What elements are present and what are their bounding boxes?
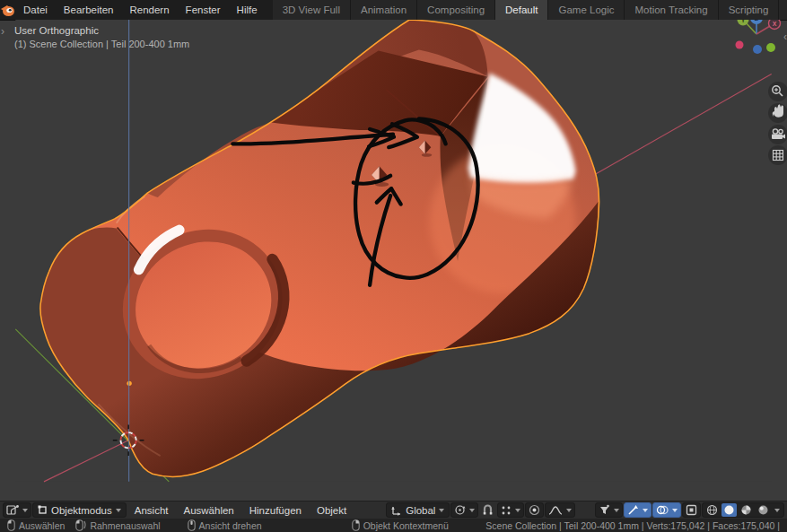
hint-label: Rahmenauswahl — [90, 520, 160, 531]
magnet-icon — [482, 504, 494, 516]
axis-x-neg-dot[interactable] — [736, 41, 744, 49]
mouse-middle-click-icon — [188, 519, 196, 531]
hint-label: Objekt Kontextmenü — [363, 520, 449, 531]
menu-bearbeiten[interactable]: Bearbeiten — [56, 0, 122, 20]
proportional-editing-button[interactable] — [525, 502, 544, 518]
tab-compositing[interactable]: Compositing — [417, 0, 495, 20]
material-sphere-icon — [740, 504, 752, 516]
shading-material-button[interactable] — [739, 503, 754, 517]
tab-scripting[interactable]: Scripting — [719, 0, 780, 20]
object-visibility-button[interactable] — [595, 502, 623, 518]
menu-rendern[interactable]: Rendern — [121, 0, 177, 20]
xray-toggle-button[interactable] — [682, 502, 701, 518]
topbar: Datei Bearbeiten Rendern Fenster Hilfe 3… — [0, 0, 787, 20]
workspace-tabs: 3D View Full Animation Compositing Defau… — [273, 0, 787, 20]
snap-toggle-button[interactable] — [479, 504, 496, 516]
falloff-curve-icon — [548, 505, 563, 516]
shading-solid-button[interactable] — [721, 503, 737, 517]
menu-auswaehlen[interactable]: Auswählen — [176, 501, 240, 519]
menu-hilfe[interactable]: Hilfe — [229, 0, 266, 20]
overlays-icon — [656, 504, 669, 516]
axis-gizmo[interactable]: Y Z X — [736, 20, 781, 54]
chevron-down-icon — [774, 509, 780, 512]
tab-3d-view-full[interactable]: 3D View Full — [273, 0, 351, 20]
nav-buttons — [768, 82, 787, 165]
menu-objekt[interactable]: Objekt — [310, 501, 354, 519]
viewport-header: Objektmodus Ansicht Auswählen Hinzufügen… — [0, 501, 787, 519]
transform-orientation-button[interactable]: Global — [386, 502, 450, 518]
tab-animation[interactable]: Animation — [351, 0, 417, 20]
viewport-controls: Y Z X — [721, 20, 787, 172]
axis-y-label: Y — [741, 20, 746, 23]
mouse-left-click-icon — [7, 519, 15, 531]
orientation-icon — [391, 505, 402, 516]
chevron-down-icon — [116, 509, 121, 512]
axis-x-label: X — [773, 21, 777, 27]
tab-default[interactable]: Default — [495, 0, 548, 20]
hint-select: Auswählen — [7, 519, 65, 531]
proportional-edit-icon — [529, 504, 540, 516]
hint-label: Ansicht drehen — [199, 520, 262, 531]
chevron-down-icon — [22, 509, 28, 512]
pivot-icon — [454, 504, 466, 516]
viewport-canvas[interactable] — [0, 20, 787, 501]
mode-select-button[interactable]: Objektmodus — [32, 502, 127, 518]
menu-fenster[interactable]: Fenster — [178, 0, 229, 20]
tab-game-logic[interactable]: Game Logic — [548, 0, 625, 20]
hint-rotate-view: Ansicht drehen — [188, 519, 262, 531]
xray-icon — [686, 504, 697, 516]
tab-motion-tracking[interactable]: Motion Tracking — [625, 0, 718, 20]
shading-wireframe-button[interactable] — [704, 503, 720, 517]
chevron-down-icon — [672, 509, 678, 512]
wireframe-sphere-icon — [706, 504, 718, 516]
orientation-label: Global — [406, 505, 435, 516]
mouse-left-drag-icon — [75, 519, 86, 531]
shading-rendered-button[interactable] — [756, 503, 771, 517]
chevron-down-icon — [515, 509, 520, 512]
editor-3d-viewport-icon — [6, 504, 19, 516]
axis-z-label: Z — [755, 20, 759, 22]
grid-perspective-button[interactable] — [768, 145, 787, 165]
blender-logo-icon[interactable] — [0, 0, 15, 20]
toolbar-expand-icon[interactable]: › — [1, 27, 4, 36]
gizmo-arrow-icon — [627, 504, 639, 516]
snap-target-button[interactable] — [497, 502, 524, 518]
rendered-sphere-icon — [757, 504, 769, 516]
axis-y-neg-dot[interactable] — [766, 43, 775, 52]
menu-datei[interactable]: Datei — [15, 0, 56, 20]
gizmos-toggle-button[interactable] — [624, 502, 651, 518]
editor-type-button[interactable] — [3, 502, 31, 518]
mouse-right-click-icon — [352, 519, 360, 531]
menu-ansicht[interactable]: Ansicht — [127, 501, 176, 519]
menu-hinzufuegen[interactable]: Hinzufügen — [242, 501, 309, 519]
chevron-down-icon — [566, 509, 572, 512]
viewport-3d[interactable]: User Orthographic (1) Scene Collection |… — [0, 20, 787, 501]
zoom-button[interactable] — [768, 82, 787, 101]
visibility-filter-icon — [599, 504, 610, 516]
chevron-down-icon — [643, 509, 648, 512]
chevron-down-icon — [439, 509, 444, 512]
falloff-button[interactable] — [545, 502, 575, 518]
solid-sphere-icon — [723, 504, 735, 516]
overlays-toggle-button[interactable] — [652, 502, 681, 518]
tab-uv-edit[interactable]: UV Edit — [779, 0, 787, 20]
object-mode-icon — [38, 505, 48, 515]
scene-stats: Scene Collection | Teil 200-400 1mm | Ve… — [485, 520, 780, 531]
camera-view-button[interactable] — [768, 125, 787, 144]
status-bar: Auswählen Rahmenauswahl Ansicht drehen O… — [0, 519, 787, 532]
chevron-down-icon — [469, 509, 475, 512]
hint-box-select: Rahmenauswahl — [75, 519, 160, 531]
hint-label: Auswählen — [19, 520, 65, 531]
pivot-point-button[interactable] — [450, 502, 478, 518]
chevron-down-icon — [614, 509, 619, 512]
hint-context-menu: Objekt Kontextmenü — [352, 519, 449, 531]
pan-hand-button[interactable] — [768, 103, 787, 123]
axis-z-neg-dot[interactable] — [753, 45, 762, 54]
mode-label: Objektmodus — [51, 505, 112, 516]
snap-grid-icon — [501, 505, 512, 516]
shading-mode-group — [702, 502, 784, 518]
